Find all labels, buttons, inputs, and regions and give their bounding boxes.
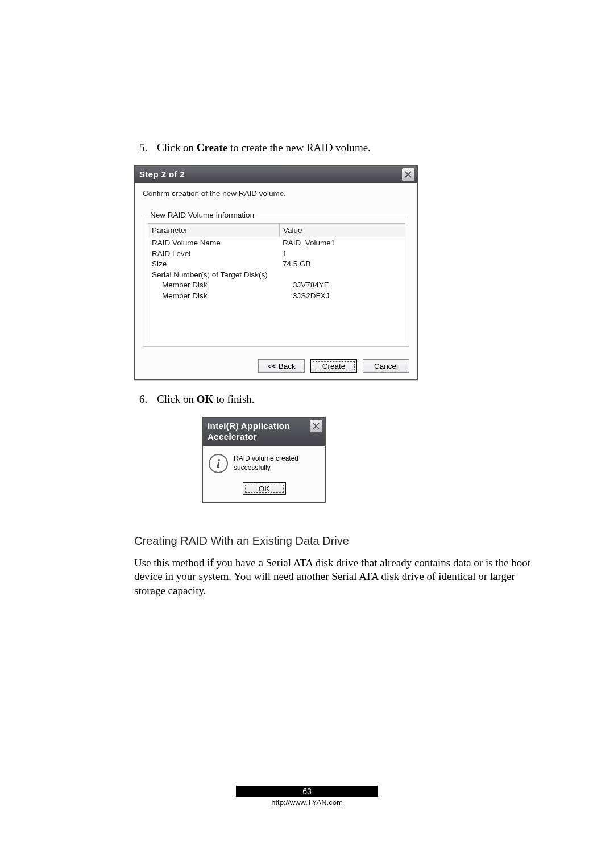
dialog2-titlebar: Intel(R) Application Accelerator [203, 418, 325, 446]
step5-post: to create the new RAID volume. [227, 141, 371, 153]
cancel-button[interactable]: Cancel [363, 359, 409, 373]
page-number: 63 [236, 786, 378, 797]
raid-info-table: Parameter Value RAID Volume NameRAID_Vol… [148, 223, 405, 342]
ok-button[interactable]: OK [243, 482, 286, 495]
success-message: RAID volume created successfully. [234, 454, 320, 472]
table-row: Member Disk3JS2DFXJ [148, 290, 405, 301]
dialog-titlebar: Step 2 of 2 [135, 166, 417, 183]
cell-param: RAID Level [148, 248, 279, 259]
step5-pre: Click on [157, 141, 197, 153]
dialog-title: Step 2 of 2 [139, 169, 185, 179]
intel-accelerator-dialog: Intel(R) Application Accelerator i RAID … [202, 417, 326, 503]
footer-url: http://www.TYAN.com [271, 798, 342, 808]
cell-value: 74.5 GB [279, 258, 405, 269]
raid-info-fieldset: New RAID Volume Information Parameter Va… [143, 215, 409, 347]
cell-value [279, 269, 405, 280]
table-row: RAID Level1 [148, 248, 405, 259]
section-heading: Creating RAID With an Existing Data Driv… [134, 533, 536, 548]
create-button[interactable]: Create [310, 359, 357, 373]
section-paragraph: Use this method if you have a Serial ATA… [134, 556, 536, 598]
close-button[interactable] [401, 168, 415, 181]
dialog-subtitle: Confirm creation of the new RAID volume. [143, 189, 409, 199]
cell-value: 3JV784YE [289, 279, 405, 290]
fieldset-legend: New RAID Volume Information [148, 210, 256, 220]
table-row: RAID Volume NameRAID_Volume1 [148, 237, 405, 248]
cell-value: 1 [279, 248, 405, 259]
step5-bold: Create [197, 141, 228, 153]
cell-param: Size [148, 258, 279, 269]
info-icon: i [209, 454, 228, 473]
close-icon [313, 423, 320, 429]
cell-param: Member Disk [148, 290, 289, 301]
step2-dialog: Step 2 of 2 Confirm creation of the new … [134, 165, 418, 381]
cell-value: RAID_Volume1 [279, 237, 405, 248]
table-header: Parameter Value [148, 224, 405, 238]
col-value: Value [280, 224, 405, 237]
table-row: Size74.5 GB [148, 258, 405, 269]
step6-pre: Click on [157, 393, 197, 405]
cell-value: 3JS2DFXJ [289, 290, 405, 301]
step6-bold: OK [197, 393, 214, 405]
col-parameter: Parameter [148, 224, 280, 237]
close-button-2[interactable] [309, 419, 323, 433]
dialog2-title: Intel(R) Application Accelerator [208, 421, 290, 442]
cell-param: RAID Volume Name [148, 237, 279, 248]
cell-param: Serial Number(s) of Target Disk(s) [148, 269, 279, 280]
cell-param: Member Disk [148, 279, 289, 290]
close-icon [405, 171, 412, 178]
back-button[interactable]: << Back [258, 359, 305, 373]
table-row: Member Disk3JV784YE [148, 279, 405, 290]
instruction-step-6: Click on OK to finish. [150, 393, 536, 407]
step6-post: to finish. [213, 393, 254, 405]
table-row: Serial Number(s) of Target Disk(s) [148, 269, 405, 280]
instruction-step-5: Click on Create to create the new RAID v… [150, 141, 536, 155]
